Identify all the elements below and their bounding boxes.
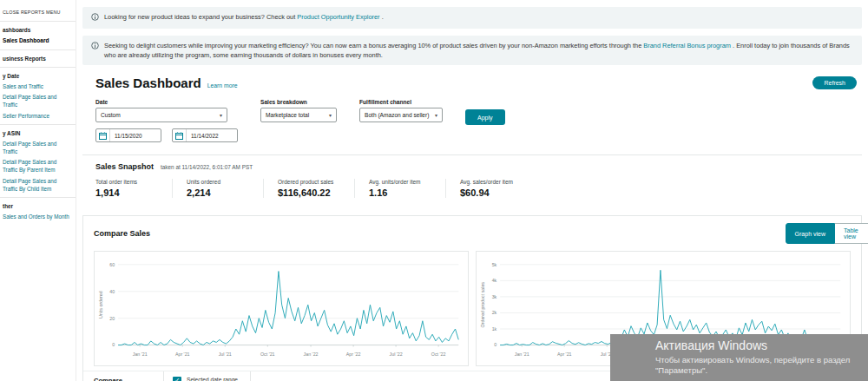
- sidebar-item[interactable]: usiness Reports: [3, 55, 73, 62]
- date-range-select[interactable]: Custom ▾: [95, 108, 227, 122]
- table-view-button[interactable]: Table view: [835, 223, 868, 244]
- stat-cell: Units ordered2,214: [172, 179, 263, 198]
- chevron-down-icon: ▾: [435, 112, 437, 118]
- info-icon: [91, 13, 99, 23]
- sidebar-item[interactable]: Detail Page Sales and Traffic By Parent …: [3, 158, 73, 174]
- selected-range-legend: ✓ Selected date range 2,214 Units $116,6…: [163, 371, 251, 381]
- sidebar-divider: [0, 49, 76, 50]
- channel-filter-label: Fulfillment channel: [359, 99, 443, 105]
- stat-value: 1.16: [369, 187, 431, 198]
- stat-value: $60.94: [460, 187, 523, 198]
- svg-text:Apr '22: Apr '22: [346, 351, 361, 357]
- banner-text: Looking for new product ideas to expand …: [104, 12, 384, 23]
- legend-title: Selected date range: [187, 377, 238, 381]
- watermark-line2: Чтобы активировать Windows, перейдите в …: [655, 355, 868, 365]
- units-ordered-chart: 0204060Jan '21Apr '21Jul '21Oct '21Jan '…: [96, 254, 465, 365]
- banner-text-after: .: [380, 13, 384, 21]
- compare-label: Compare: [94, 377, 163, 381]
- date-to-field[interactable]: 11/14/2022: [172, 128, 238, 142]
- svg-text:4k: 4k: [492, 279, 497, 284]
- chevron-down-icon: ▾: [329, 112, 332, 118]
- svg-text:Ordered product sales: Ordered product sales: [480, 282, 485, 328]
- snapshot-timestamp: taken at 11/14/2022, 6:01:07 AM PST: [161, 164, 253, 170]
- svg-text:1k: 1k: [492, 326, 497, 332]
- banner-opportunity: Looking for new product ideas to expand …: [82, 7, 862, 29]
- banner-referral-bonus: Seeking to delight customers while impro…: [82, 36, 862, 65]
- breakdown-select[interactable]: Marketplace total ▾: [260, 108, 337, 122]
- stat-value: 2,214: [187, 187, 249, 198]
- svg-text:2k: 2k: [492, 311, 497, 316]
- filters-bar: Date Custom ▾ 11/15/2020: [82, 99, 862, 142]
- sidebar-item[interactable]: Detail Page Sales and Traffic: [3, 93, 73, 108]
- stat-label: Total order items: [95, 179, 158, 185]
- stat-cell: Avg. units/order item1.16: [354, 179, 445, 198]
- selected-range-checkbox[interactable]: ✓: [173, 377, 181, 381]
- units-chart-panel: 0204060Jan '21Apr '21Jul '21Oct '21Jan '…: [94, 251, 469, 366]
- calendar-icon[interactable]: [173, 129, 187, 141]
- refresh-button[interactable]: Refresh: [812, 76, 857, 89]
- calendar-icon[interactable]: [96, 129, 110, 141]
- sidebar-divider: [0, 21, 76, 22]
- stat-cell: Total order items1,914: [95, 179, 172, 198]
- main-content: Looking for new product ideas to expand …: [82, 0, 862, 381]
- banner-text-before: Looking for new product ideas to expand …: [104, 13, 297, 21]
- banner-text-before: Seeking to delight customers while impro…: [104, 42, 643, 49]
- sidebar-item[interactable]: Sales and Orders by Month: [3, 213, 73, 220]
- snapshot-stats: Total order items1,914Units ordered2,214…: [95, 179, 849, 198]
- view-toggle: Graph view Table view: [786, 223, 868, 244]
- sidebar-item[interactable]: ther: [3, 202, 73, 210]
- page-title: Sales Dashboard: [95, 76, 201, 90]
- sidebar-item[interactable]: y Date: [3, 72, 73, 80]
- sidebar-item[interactable]: y ASIN: [3, 129, 73, 137]
- app: CLOSE REPORTS MENUashboardsSales Dashboa…: [0, 0, 868, 381]
- svg-text:20: 20: [109, 316, 115, 321]
- watermark-title: Активация Windows: [655, 338, 868, 352]
- breakdown-filter-label: Sales breakdown: [260, 99, 337, 105]
- stat-cell: Ordered product sales$116,640.22: [263, 179, 354, 198]
- graph-view-button[interactable]: Graph view: [786, 223, 835, 244]
- close-reports-menu[interactable]: CLOSE REPORTS MENU: [3, 10, 73, 16]
- stat-value: $116,640.22: [278, 187, 340, 198]
- sidebar-divider: [0, 197, 76, 198]
- sidebar-item[interactable]: Detail Page Sales and Traffic By Child I…: [3, 177, 73, 193]
- page-header: Sales Dashboard Learn more Refresh: [82, 76, 862, 90]
- svg-text:0: 0: [494, 343, 496, 348]
- info-icon: [91, 42, 99, 60]
- svg-text:Oct '22: Oct '22: [431, 351, 446, 357]
- stat-label: Avg. sales/order item: [460, 179, 523, 185]
- opportunity-explorer-link[interactable]: Product Opportunity Explorer: [297, 13, 379, 21]
- stat-label: Avg. units/order item: [369, 179, 431, 185]
- banner-text: Seeking to delight customers while impro…: [104, 41, 853, 60]
- learn-more-link[interactable]: Learn more: [207, 82, 238, 89]
- sidebar-item[interactable]: ashboards: [3, 26, 73, 34]
- sidebar-item[interactable]: Sales Dashboard: [3, 36, 73, 45]
- channel-select[interactable]: Both (Amazon and seller) ▾: [359, 108, 443, 122]
- date-from-field[interactable]: 11/15/2020: [95, 128, 161, 142]
- chevron-down-icon: ▾: [220, 112, 222, 118]
- breakdown-filter-group: Sales breakdown Marketplace total ▾: [260, 99, 337, 122]
- date-to-value: 11/14/2022: [187, 133, 219, 139]
- sidebar-item[interactable]: Detail Page Sales and Traffic: [3, 140, 73, 155]
- brand-referral-bonus-link[interactable]: Brand Referral Bonus program: [643, 42, 731, 49]
- apply-button[interactable]: Apply: [465, 109, 505, 125]
- date-inputs-row: 11/15/2020 11/14/2022: [95, 128, 238, 142]
- stat-value: 1,914: [95, 187, 158, 198]
- sidebar-item[interactable]: Seller Performance: [3, 112, 73, 120]
- svg-text:40: 40: [109, 289, 115, 294]
- sales-snapshot-section: Sales Snapshot taken at 11/14/2022, 6:01…: [82, 154, 862, 207]
- sidebar-item[interactable]: Sales and Traffic: [3, 82, 73, 90]
- svg-text:Jan '21: Jan '21: [515, 351, 529, 357]
- reports-sidebar: CLOSE REPORTS MENUashboardsSales Dashboa…: [0, 0, 76, 381]
- svg-text:Jan '22: Jan '22: [304, 351, 319, 357]
- svg-text:5k: 5k: [492, 262, 497, 267]
- date-range-value: Custom: [101, 112, 121, 118]
- breakdown-value: Marketplace total: [266, 112, 309, 118]
- svg-text:Apr '21: Apr '21: [557, 351, 572, 357]
- channel-filter-group: Fulfillment channel Both (Amazon and sel…: [359, 99, 443, 122]
- sidebar-items: CLOSE REPORTS MENUashboardsSales Dashboa…: [3, 10, 73, 220]
- svg-text:0: 0: [112, 343, 115, 348]
- compare-sales-header: Compare Sales Graph view Table view: [83, 216, 861, 251]
- compare-sales-title: Compare Sales: [94, 229, 150, 238]
- snapshot-title: Sales Snapshot: [95, 162, 154, 171]
- svg-text:60: 60: [109, 262, 115, 267]
